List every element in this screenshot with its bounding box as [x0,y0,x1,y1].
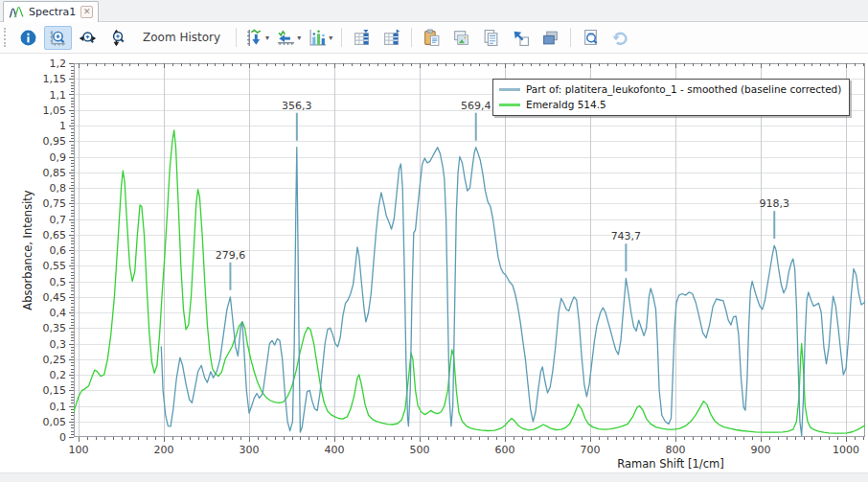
x-tick-label: 600 [495,444,515,456]
y-tick-label: 0,45 [43,291,67,304]
y-tick-label: 0,15 [43,384,67,397]
copy-button[interactable] [477,26,505,50]
y-tick-label: 0,1 [50,401,67,413]
fit-y-axis-icon [245,29,263,47]
y-tick-label: 0,55 [43,260,67,272]
x-tick-label: 400 [325,444,345,456]
copy-image-button[interactable] [447,26,475,50]
y-tick-label: 0,6 [50,244,67,257]
undo-button[interactable] [606,26,634,50]
x-tick-label: 300 [240,444,260,456]
print-preview-icon [582,29,600,47]
peak-label: 569,4 [461,100,491,112]
y-tick-label: 0,4 [50,307,67,319]
peak-label: 356,3 [282,100,312,112]
legend-swatch-1 [499,104,520,106]
y-tick-label: 0,65 [43,229,67,242]
y-tick-label: 1,1 [50,89,67,102]
table-column-down-icon [353,29,371,47]
duplicate-icon [541,29,560,47]
y-tick-label: 0,2 [50,369,67,381]
legend-item[interactable]: Emeraldg 514.5 [499,97,841,112]
y-tick-label: 1,15 [43,73,67,85]
bottom-strip [0,472,868,482]
zoom-region-button[interactable] [44,26,72,50]
create-table-button[interactable] [377,26,405,50]
toolbar-separator [341,28,342,47]
y-tick-label: 1,05 [43,104,67,117]
zoom-vertical-button[interactable] [103,26,131,50]
plot-style-button[interactable]: ▾ [306,26,335,50]
copy-icon [482,29,500,47]
toolbar-separator [236,28,237,47]
chevron-down-icon[interactable]: ▾ [329,34,332,42]
x-tick-label: 800 [666,444,686,456]
chevron-down-icon[interactable]: ▾ [297,34,301,42]
close-icon[interactable]: ✕ [80,6,93,18]
x-tick-label: 900 [751,444,771,456]
zoom-horizontal-icon [79,29,97,47]
y-tick-label: 0,7 [50,214,67,226]
copy-image-icon [452,29,470,47]
tab-label: Spectra1 [29,6,76,18]
series-0-line [161,148,866,436]
y-tick-label: 0,25 [43,354,67,366]
x-axis-title: Raman Shift [1/cm] [617,457,723,471]
y-tick-label: 0,9 [50,151,67,164]
zoom-history-button-label: Zoom History [136,31,227,44]
toolbar-separator [570,28,571,47]
x-tick-label: 100 [69,444,89,456]
y-axis-title: Absorbance, Intensity [21,190,34,310]
zoom-history-button[interactable]: Zoom History [133,26,230,50]
fit-x-axis-icon [277,29,295,47]
y-tick-label: 0,75 [43,197,67,210]
print-preview-button[interactable] [577,26,605,50]
chevron-down-icon[interactable]: ▾ [265,34,269,42]
y-tick-label: 0,85 [43,167,67,179]
info-icon [19,29,37,47]
legend-swatch-0 [499,88,520,91]
y-tick-label: 0,8 [50,182,67,195]
fit-x-axis-button[interactable]: ▾ [274,26,304,50]
plot-style-icon [308,29,327,47]
y-tick-label: 1 [59,120,66,132]
y-tick-label: 0,05 [43,416,67,428]
add-to-table-button[interactable] [348,26,376,50]
table-column-right-icon [382,29,400,47]
y-tick-label: 1,2 [50,58,67,70]
toolbar-separator [411,28,412,47]
peak-label: 918,3 [759,197,789,210]
peak-label: 743,7 [611,230,642,242]
legend-item[interactable]: Part of: platitera_leukofonto_1 - smooth… [499,81,841,97]
info-button[interactable] [14,26,42,50]
tab-bar: Spectra1 ✕ [0,0,868,22]
zoom-vertical-icon [108,29,126,47]
paste-icon [423,29,441,47]
chart-panel: 00,050,10,150,20,250,30,350,40,450,50,55… [0,54,868,481]
y-tick-label: 0,95 [43,135,67,148]
export-button[interactable] [507,26,535,50]
zoom-horizontal-button[interactable] [74,26,102,50]
zoom-region-icon [49,29,67,47]
y-tick-label: 0,3 [50,338,67,351]
toolbar: Zoom History▾▾▾ [0,22,868,54]
paste-button[interactable] [418,26,445,50]
y-tick-label: 0,35 [43,322,67,334]
duplicate-button[interactable] [537,26,564,50]
x-tick-label: 500 [410,444,430,456]
legend-label-1: Emeraldg 514.5 [526,99,606,110]
toolbar-grip[interactable] [4,28,10,47]
export-icon [512,29,530,47]
legend-label-0: Part of: platitera_leukofonto_1 - smooth… [526,83,841,95]
x-tick-label: 200 [154,444,174,456]
chart-legend[interactable]: Part of: platitera_leukofonto_1 - smooth… [492,79,850,116]
y-tick-label: 0 [59,431,66,444]
y-tick-label: 0,5 [50,276,67,288]
fit-y-axis-button[interactable]: ▾ [242,26,272,50]
peak-label: 279,6 [216,249,246,262]
tab-spectra1[interactable]: Spectra1 ✕ [3,1,99,22]
x-tick-label: 1000 [833,444,859,456]
spectra-chart[interactable]: 00,050,10,150,20,250,30,350,40,450,50,55… [0,54,868,481]
spectra-icon [9,6,24,18]
undo-icon [611,29,629,47]
